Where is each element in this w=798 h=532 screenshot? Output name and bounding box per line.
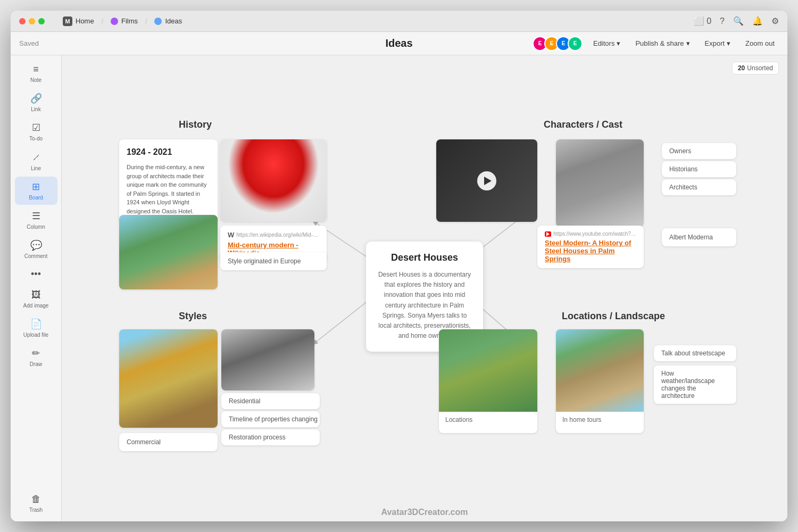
settings-icon[interactable]: ⚙ (771, 16, 779, 26)
wiki-url: W https://en.wikipedia.org/wiki/Mid-cent… (228, 231, 319, 239)
section-styles: Styles (179, 311, 207, 322)
yt-url-text: https://www.youtube.com/watch?v=0NxJ0gYn (553, 231, 636, 237)
oldman-image-card[interactable] (556, 139, 644, 227)
help-icon[interactable]: ? (720, 16, 725, 26)
sidebar-note-label: Note (30, 77, 41, 83)
titlebar: M Home / Films / Ideas ⬜ 0 ? 🔍 🔔 ⚙ (11, 11, 787, 32)
sidebar-item-board[interactable]: ⊞ Board (15, 177, 57, 205)
sidebar-item-comment[interactable]: 💬 Comment (15, 235, 57, 263)
tab-films[interactable]: Films (105, 15, 143, 27)
films-tab-icon (111, 18, 118, 25)
albert-note-card[interactable]: Albert Moderna (662, 228, 736, 246)
cast-owners-label: Owners (669, 147, 691, 155)
export-chevron: ▾ (727, 39, 730, 47)
minimize-button[interactable] (29, 18, 35, 24)
play-button[interactable] (477, 171, 496, 190)
main-window: M Home / Films / Ideas ⬜ 0 ? 🔍 🔔 ⚙ Saved… (11, 11, 787, 521)
locations-note-streetscape[interactable]: Talk about streetscape (654, 345, 736, 361)
sidebar-item-add-image[interactable]: 🖼 Add image (15, 285, 57, 313)
line-icon: ⟋ (31, 151, 41, 163)
sidebar-column-label: Column (27, 224, 45, 230)
youtube-link-card[interactable]: https://www.youtube.com/watch?v=0NxJ0gYn… (537, 226, 644, 268)
canvas: 20 Unsorted History (62, 55, 787, 521)
zoom-label: Zoom out (745, 39, 775, 47)
export-label: Export (705, 39, 725, 47)
section-locations: Locations / Landscape (562, 311, 665, 322)
export-button[interactable]: Export ▾ (701, 37, 735, 49)
editor-avatars: E E E E (533, 36, 583, 51)
publish-button[interactable]: Publish & share ▾ (631, 37, 694, 49)
youtube-icon (545, 231, 551, 237)
sidebar-item-todo[interactable]: ☑ To-do (15, 118, 57, 146)
editors-label: Editors (593, 39, 614, 47)
sidebar-add-image-label: Add image (23, 303, 49, 309)
style-note-card[interactable]: Style originated in Europe (220, 252, 327, 270)
avatar-4: E (568, 36, 583, 51)
styles-item-timeline[interactable]: Timeline of properties changing (221, 411, 320, 427)
saved-status: Saved (19, 39, 39, 47)
history-card-title: 1924 - 2021 (127, 146, 210, 159)
sidebar-item-line[interactable]: ⟋ Line (15, 147, 57, 176)
sidebar-item-upload[interactable]: 📄 Upload file (15, 314, 57, 342)
comment-icon: 💬 (30, 239, 42, 251)
maximize-button[interactable] (38, 18, 45, 24)
titlebar-right-icons: ⬜ 0 ? 🔍 🔔 ⚙ (694, 16, 779, 26)
cast-list: Owners Historians Architects (662, 143, 736, 195)
yt-link-title[interactable]: Steel Modern- A History of Steel Houses … (545, 239, 636, 263)
styles-list: Residential Timeline of properties chang… (221, 393, 320, 445)
sidebar-item-trash[interactable]: 🗑 Trash (15, 489, 57, 517)
publish-chevron: ▾ (686, 39, 690, 47)
traffic-lights (19, 18, 45, 24)
close-button[interactable] (19, 18, 26, 24)
cast-item-architects[interactable]: Architects (662, 179, 736, 195)
search-icon[interactable]: 🔍 (733, 16, 744, 26)
board-icon: ⊞ (32, 181, 40, 193)
bell-icon[interactable]: 🔔 (752, 16, 763, 26)
video-placeholder (436, 139, 537, 222)
circular-bldg-card[interactable] (119, 329, 218, 428)
ideas-tab-label: Ideas (165, 17, 182, 25)
aerial-image-card[interactable]: Locations (439, 329, 537, 433)
toolbar: Saved Ideas E E E E Editors ▾ Publish & … (11, 32, 787, 55)
chair-image-card[interactable] (220, 139, 327, 222)
history-text-card[interactable]: 1924 - 2021 During the mid-century, a ne… (119, 139, 218, 222)
editors-button[interactable]: Editors ▾ (589, 37, 625, 49)
sidebar-upload-label: Upload file (23, 332, 48, 338)
tab-ideas[interactable]: Ideas (149, 15, 187, 27)
in-home-caption: In home tours (556, 412, 644, 428)
bw-car-card[interactable] (221, 329, 314, 390)
styles-item-residential[interactable]: Residential (221, 393, 320, 409)
street-image-card[interactable]: In home tours (556, 329, 644, 433)
cast-item-historians[interactable]: Historians (662, 161, 736, 177)
home-tab-icon: M (63, 16, 72, 26)
styles-item-restoration[interactable]: Restoration process (221, 429, 320, 445)
video-card[interactable] (436, 139, 537, 222)
page-title: Ideas (385, 37, 412, 49)
device-icon[interactable]: ⬜ 0 (694, 16, 711, 26)
sidebar-item-note[interactable]: ≡ Note (15, 60, 57, 87)
draw-icon: ✏ (32, 347, 40, 359)
sidebar-item-more[interactable]: ••• (15, 264, 57, 284)
films-tab-label: Films (121, 17, 138, 25)
home-tab-label: Home (76, 17, 94, 25)
locations-note-weather[interactable]: How weather/landscape changes the archit… (654, 365, 736, 404)
wiki-url-text: https://en.wikipedia.org/wiki/Mid-centur… (236, 232, 319, 238)
column-icon: ☰ (32, 210, 40, 222)
sidebar-item-column[interactable]: ☰ Column (15, 206, 57, 234)
cast-item-owners[interactable]: Owners (662, 143, 736, 159)
note-icon: ≡ (33, 64, 39, 75)
sidebar-line-label: Line (31, 165, 41, 171)
section-characters: Characters / Cast (544, 119, 622, 130)
sidebar-item-link[interactable]: 🔗 Link (15, 88, 57, 117)
zoom-button[interactable]: Zoom out (741, 37, 779, 49)
sidebar-comment-label: Comment (24, 253, 47, 259)
sidebar-draw-label: Draw (30, 361, 42, 367)
cast-historians-label: Historians (669, 165, 697, 173)
palm-image-card[interactable] (119, 215, 218, 289)
locations-caption: Locations (439, 412, 537, 428)
tab-home[interactable]: M Home (57, 14, 99, 28)
section-history: History (179, 119, 212, 130)
commercial-note-card[interactable]: Commercial (119, 433, 218, 451)
locations-notes: Talk about streetscape How weather/lands… (654, 345, 736, 404)
sidebar-item-draw[interactable]: ✏ Draw (15, 343, 57, 371)
